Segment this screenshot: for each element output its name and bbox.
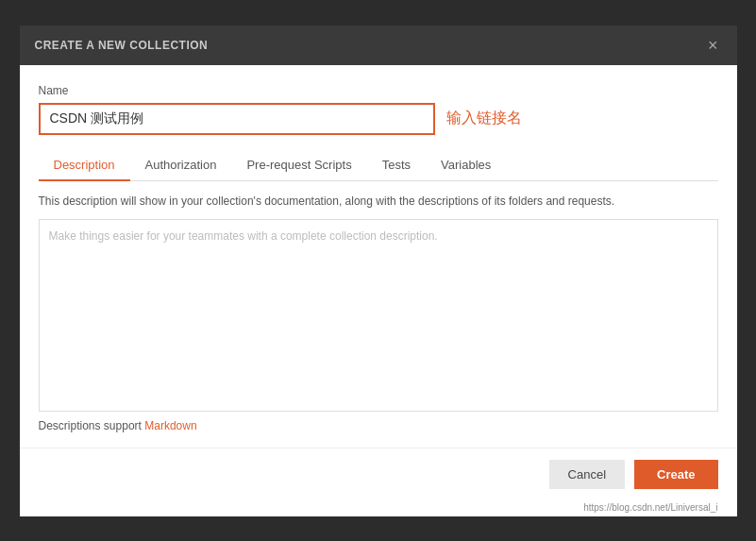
modal-header: CREATE A NEW COLLECTION × [20, 25, 737, 65]
tab-pre-request-scripts[interactable]: Pre-request Scripts [231, 150, 366, 181]
tab-authorization[interactable]: Authorization [130, 150, 232, 181]
name-label: Name [39, 84, 718, 97]
modal-footer: Cancel Create [20, 448, 737, 500]
tab-description[interactable]: Description [39, 150, 130, 181]
markdown-prefix: Descriptions support [39, 419, 145, 432]
collection-name-input[interactable] [39, 103, 435, 135]
tab-bar: Description Authorization Pre-request Sc… [39, 150, 718, 181]
modal-body: Name 输入链接名 Description Authorization Pre… [20, 65, 737, 448]
create-button[interactable]: Create [634, 460, 717, 489]
modal-dialog: CREATE A NEW COLLECTION × Name 输入链接名 Des… [20, 25, 737, 516]
description-info: This description will show in your colle… [39, 193, 718, 210]
description-textarea[interactable] [39, 219, 718, 412]
modal-title: CREATE A NEW COLLECTION [35, 39, 209, 52]
name-row: 输入链接名 [39, 103, 718, 135]
modal-overlay: CREATE A NEW COLLECTION × Name 输入链接名 Des… [0, 0, 756, 541]
hint-text: 输入链接名 [446, 109, 522, 128]
tab-tests[interactable]: Tests [367, 150, 426, 181]
close-button[interactable]: × [704, 37, 722, 54]
cancel-button[interactable]: Cancel [549, 460, 625, 489]
url-note: https://blog.csdn.net/Liniversal_i [20, 500, 737, 516]
markdown-note: Descriptions support Markdown [39, 419, 718, 432]
tab-variables[interactable]: Variables [426, 150, 506, 181]
markdown-link[interactable]: Markdown [144, 419, 196, 432]
